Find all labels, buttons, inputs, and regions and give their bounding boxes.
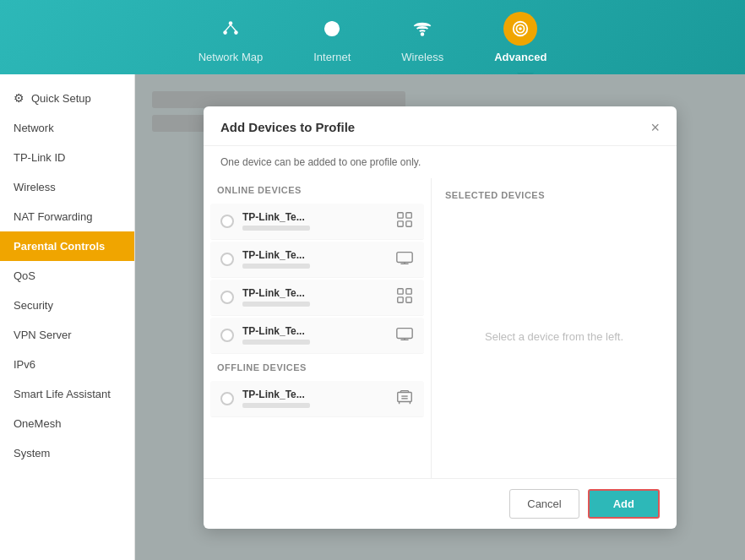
sidebar-label-system: System xyxy=(14,447,50,459)
device-type-icon-3 xyxy=(395,286,414,308)
svg-rect-19 xyxy=(406,296,411,302)
sidebar-item-parental-controls[interactable]: Parental Controls xyxy=(0,231,134,261)
dialog-footer: Cancel Add xyxy=(204,478,677,529)
svg-line-3 xyxy=(226,24,231,30)
nav-label-advanced: Advanced xyxy=(494,51,547,63)
sidebar-item-system[interactable]: System xyxy=(0,438,134,468)
device-info-5: TP-Link_Te... xyxy=(242,389,389,408)
svg-rect-11 xyxy=(398,220,403,226)
nav-item-network-map[interactable]: Network Map xyxy=(198,12,264,63)
sidebar-label-wireless: Wireless xyxy=(14,181,56,193)
sidebar: ⚙ Quick Setup Network TP-Link ID Wireles… xyxy=(0,74,135,560)
main-layout: ⚙ Quick Setup Network TP-Link ID Wireles… xyxy=(0,74,745,560)
device-mac-4 xyxy=(242,340,310,345)
top-navigation: Network Map Internet Wireless Advanced xyxy=(0,0,745,74)
dialog-title: Add Devices to Profile xyxy=(220,120,355,134)
nav-item-advanced[interactable]: Advanced xyxy=(494,12,547,63)
device-item-online-3[interactable]: TP-Link_Te... xyxy=(210,280,424,316)
sidebar-label-ipv6: IPv6 xyxy=(14,358,35,371)
device-radio-4[interactable] xyxy=(220,329,234,342)
device-item-online-1[interactable]: TP-Link_Te... xyxy=(210,204,424,240)
device-type-icon-2 xyxy=(395,248,414,270)
sidebar-label-quick-setup: Quick Setup xyxy=(31,92,91,105)
dialog-header: Add Devices to Profile × xyxy=(204,106,677,146)
right-panel: SELECTED DEVICES Select a device from th… xyxy=(432,178,677,478)
online-devices-title: ONLINE DEVICES xyxy=(204,178,431,202)
dialog-subtitle: One device can be added to one profile o… xyxy=(204,146,677,178)
svg-point-2 xyxy=(234,30,238,35)
quick-setup-icon: ⚙ xyxy=(14,91,24,105)
device-name-5: TP-Link_Te... xyxy=(242,389,389,400)
sidebar-item-quick-setup[interactable]: ⚙ Quick Setup xyxy=(0,83,134,113)
sidebar-label-network: Network xyxy=(14,122,54,134)
svg-rect-9 xyxy=(398,212,403,217)
sidebar-label-tplink-id: TP-Link ID xyxy=(14,151,65,164)
device-type-icon-1 xyxy=(395,210,414,232)
placeholder-text: Select a device from the left. xyxy=(485,330,623,343)
sidebar-item-onemesh[interactable]: OneMesh xyxy=(0,409,134,438)
device-mac-2 xyxy=(242,264,310,269)
svg-rect-20 xyxy=(397,328,412,338)
device-item-online-2[interactable]: TP-Link_Te... xyxy=(210,242,424,278)
internet-icon xyxy=(315,12,349,46)
sidebar-label-parental: Parental Controls xyxy=(14,240,105,253)
svg-rect-16 xyxy=(398,288,403,293)
nav-item-wireless[interactable]: Wireless xyxy=(401,12,443,63)
device-info-2: TP-Link_Te... xyxy=(242,249,389,269)
device-mac-5 xyxy=(242,403,310,408)
subtitle-text: One device can be added to one profile o… xyxy=(220,156,421,168)
svg-rect-18 xyxy=(398,296,403,302)
svg-point-1 xyxy=(223,30,227,35)
device-item-online-4[interactable]: TP-Link_Te... xyxy=(210,318,424,354)
cancel-button[interactable]: Cancel xyxy=(509,489,579,519)
device-item-offline-1[interactable]: TP-Link_Te... xyxy=(210,381,424,417)
wireless-icon xyxy=(405,12,439,46)
svg-point-8 xyxy=(421,33,424,35)
sidebar-label-onemesh: OneMesh xyxy=(14,417,61,430)
device-info-3: TP-Link_Te... xyxy=(242,287,389,307)
sidebar-item-network[interactable]: Network xyxy=(0,113,134,143)
svg-line-4 xyxy=(231,24,236,30)
device-name-1: TP-Link_Te... xyxy=(242,211,389,223)
sidebar-item-smart-life[interactable]: Smart Life Assistant xyxy=(0,379,134,409)
left-panel: ONLINE DEVICES TP-Link_Te... xyxy=(204,178,432,478)
device-info-4: TP-Link_Te... xyxy=(242,325,389,345)
sidebar-item-vpn-server[interactable]: VPN Server xyxy=(0,320,134,350)
device-type-icon-4 xyxy=(395,324,414,346)
selected-devices-title: SELECTED DEVICES xyxy=(440,187,550,204)
device-radio-5[interactable] xyxy=(220,392,234,405)
add-devices-dialog: Add Devices to Profile × One device can … xyxy=(204,106,677,529)
offline-devices-title: OFFLINE DEVICES xyxy=(204,356,431,379)
add-button[interactable]: Add xyxy=(588,489,660,519)
device-type-icon-5 xyxy=(395,388,414,410)
sidebar-label-nat: NAT Forwarding xyxy=(14,210,92,223)
sidebar-item-ipv6[interactable]: IPv6 xyxy=(0,350,134,379)
close-button[interactable]: × xyxy=(650,120,660,135)
selected-placeholder: Select a device from the left. xyxy=(440,204,668,470)
device-radio-2[interactable] xyxy=(220,253,234,266)
device-name-2: TP-Link_Te... xyxy=(242,249,389,261)
sidebar-item-nat-forwarding[interactable]: NAT Forwarding xyxy=(0,202,134,231)
sidebar-item-tplink-id[interactable]: TP-Link ID xyxy=(0,143,134,172)
nav-item-internet[interactable]: Internet xyxy=(313,12,351,63)
nav-label-wireless: Wireless xyxy=(401,51,443,63)
device-mac-3 xyxy=(242,302,310,307)
svg-point-0 xyxy=(229,21,233,25)
device-name-4: TP-Link_Te... xyxy=(242,325,389,337)
sidebar-item-wireless[interactable]: Wireless xyxy=(0,172,134,202)
content-area: Add Devices to Profile × One device can … xyxy=(135,74,745,560)
device-radio-3[interactable] xyxy=(220,291,234,304)
device-info-1: TP-Link_Te... xyxy=(242,211,389,231)
advanced-icon xyxy=(503,12,537,46)
svg-rect-10 xyxy=(406,212,411,217)
sidebar-label-security: Security xyxy=(14,299,53,312)
sidebar-label-vpn: VPN Server xyxy=(14,329,72,341)
sidebar-item-security[interactable]: Security xyxy=(0,291,134,320)
nav-label-network-map: Network Map xyxy=(198,51,264,63)
device-mac-1 xyxy=(242,226,310,231)
sidebar-label-smart-life: Smart Life Assistant xyxy=(14,388,111,400)
device-radio-1[interactable] xyxy=(220,215,234,228)
sidebar-item-qos[interactable]: QoS xyxy=(0,261,134,291)
svg-rect-12 xyxy=(406,220,411,226)
dialog-body: ONLINE DEVICES TP-Link_Te... xyxy=(204,178,677,478)
